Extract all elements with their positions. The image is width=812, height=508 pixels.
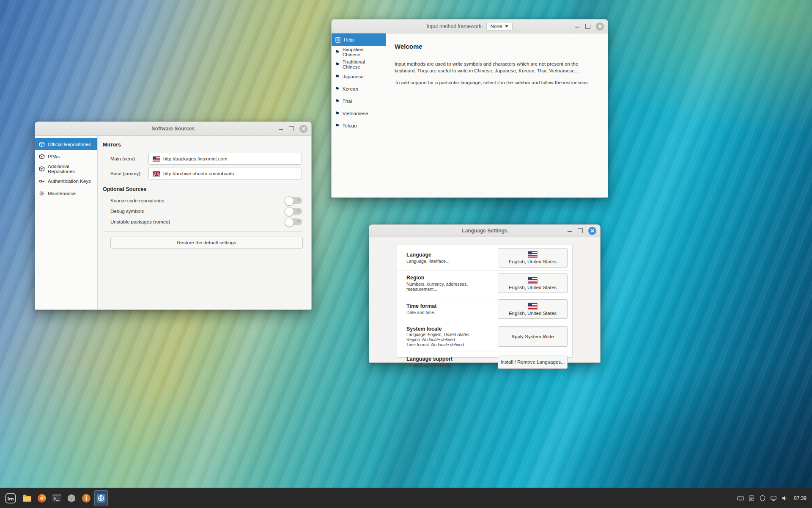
software-sources-sidebar: Official Repositories PPAs Additional Re… [35,136,98,309]
firefox-launcher[interactable] [35,490,49,506]
sidebar-item-label: Simplified Chinese [343,47,382,57]
language-select-button[interactable]: English, United States [498,248,568,268]
framework-dropdown[interactable]: None [486,22,513,30]
mint-menu-button[interactable]: lm [2,490,19,506]
notes-tray-icon[interactable] [748,495,755,502]
flag-icon: ⚑ [335,99,340,104]
us-flag-icon [528,277,538,284]
row-description: Numbers, currency, addresses, measuremen… [406,282,494,292]
sidebar-item-traditional-chinese[interactable]: ⚑ Traditional Chinese [332,58,386,70]
input-indicator-tray-icon[interactable] [737,495,744,502]
sidebar-item-thai[interactable]: ⚑ Thai [332,95,386,107]
source-code-repositories-toggle[interactable] [285,197,302,204]
sidebar-item-japanese[interactable]: ⚑ Japanese [332,70,386,83]
debug-symbols-label: Debug symbols [110,209,144,214]
close-button[interactable] [299,125,307,133]
sidebar-item-authentication-keys[interactable]: Authentication Keys [35,175,97,187]
debug-symbols-toggle[interactable] [285,208,302,215]
network-tray-icon[interactable] [770,495,777,502]
unstable-packages-toggle[interactable] [285,218,302,225]
minimize-button[interactable] [567,228,572,233]
system-locale-row: System locale Language: English, United … [397,322,572,351]
system-info-window-button[interactable] [80,490,93,506]
sidebar-item-vietnamese[interactable]: ⚑ Vietnamese [332,107,386,119]
maximize-button[interactable] [585,24,590,29]
maximize-button[interactable] [289,126,294,131]
key-icon [39,178,45,184]
locale-time-format-line: Time format: No locale defined [406,342,494,347]
time-format-select-button[interactable]: English, United States [498,299,568,319]
row-title: Region [406,275,494,281]
install-remove-languages-button[interactable]: Install / Remove Languages... [498,356,568,369]
software-sources-window-button[interactable] [65,490,78,506]
sidebar-item-official-repositories[interactable]: Official Repositories [35,138,97,150]
row-description: Language, interface... [406,259,494,264]
sidebar-item-label: Help [344,37,354,42]
language-settings-window-button[interactable] [94,490,108,506]
sidebar-item-label: Traditional Chinese [343,59,382,69]
input-methods-content: Welcome Input methods are used to write … [386,33,608,197]
unstable-packages-label: Unstable packages (romeo) [110,219,170,224]
flag-icon: ⚑ [335,50,340,55]
restore-defaults-button[interactable]: Restore the default settings [110,237,303,248]
taskbar: lm [0,488,812,508]
main-mirror-label: Main (vera) [110,156,148,161]
region-select-button[interactable]: English, United States [498,273,568,293]
toggle-knob [285,218,294,227]
sidebar-item-additional-repositories[interactable]: Additional Repositories [35,163,97,175]
sidebar-item-korean[interactable]: ⚑ Korean [332,83,386,95]
sidebar-item-label: Telugu [343,123,357,128]
sidebar-item-label: Official Repositories [48,142,91,147]
button-label: Install / Remove Languages... [500,359,565,364]
close-button[interactable] [588,227,596,235]
sidebar-item-maintenance[interactable]: Maintenance [35,187,97,199]
folder-icon [22,493,32,503]
language-settings-panel: Language Language, interface... English,… [397,245,573,358]
locale-region-line: Region: No locale defined [406,337,494,342]
shield-tray-icon[interactable] [759,495,766,502]
input-methods-titlebar[interactable]: Input method framework: None [332,19,608,33]
button-label: English, United States [509,285,557,290]
maximize-button[interactable] [578,228,583,233]
software-sources-titlebar[interactable]: Software Sources [35,122,311,136]
sidebar-item-telugu[interactable]: ⚑ Telugu [332,119,386,132]
info-icon [81,493,91,503]
base-mirror-field[interactable]: http://archive.ubuntu.com/ubuntu [148,168,302,179]
flag-icon: ⚑ [335,123,340,128]
mint-logo-icon: lm [5,493,16,504]
software-sources-content: Mirrors Main (vera) http://packages.linu… [98,136,311,309]
terminal-launcher[interactable] [50,490,63,506]
row-title: System locale [406,326,494,332]
input-method-framework-label: Input method framework: [427,23,483,29]
input-methods-sidebar: Help ⚑ Simplified Chinese ⚑ Traditional … [332,33,386,197]
minimize-button[interactable] [575,24,580,29]
main-mirror-field[interactable]: http://packages.linuxmint.com [148,153,302,165]
sidebar-item-label: Korean [343,86,358,91]
toggle-knob [285,207,294,216]
us-flag-icon [528,303,538,309]
sidebar-item-ppas[interactable]: PPAs [35,150,97,163]
apply-system-wide-button[interactable]: Apply System-Wide [498,326,568,347]
flag-icon: ⚑ [335,111,340,116]
framework-dropdown-value: None [491,24,502,29]
mirrors-heading: Mirrors [103,142,302,148]
package-icon [39,141,45,147]
region-row: Region Numbers, currency, addresses, mea… [397,271,572,296]
time-format-row: Time format Date and time... English, Un… [397,296,572,322]
package-icon [39,154,45,160]
window-title: Software Sources [152,126,195,132]
sidebar-item-help[interactable]: Help [332,33,386,46]
help-document-icon [335,37,341,43]
close-button[interactable] [596,22,604,30]
button-label: English, United States [509,259,557,264]
minimize-button[interactable] [278,126,283,131]
files-launcher[interactable] [20,490,34,506]
sidebar-item-simplified-chinese[interactable]: ⚑ Simplified Chinese [332,46,386,58]
taskbar-clock[interactable]: 07:39 [794,495,807,501]
language-settings-titlebar[interactable]: Language Settings [369,225,600,237]
sidebar-item-label: Thai [343,99,352,104]
volume-tray-icon[interactable] [781,495,788,502]
base-mirror-label: Base (jammy) [110,171,148,176]
content-divider [103,231,302,232]
sidebar-item-label: Japanese [343,74,364,79]
